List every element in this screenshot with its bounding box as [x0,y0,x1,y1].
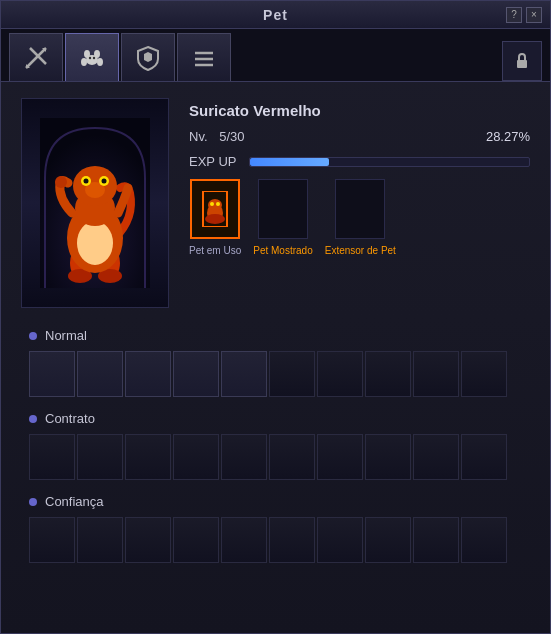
tab-bar [1,29,550,82]
pet-image [40,118,150,288]
contract-slot-1[interactable] [29,434,75,480]
normal-section-header: Normal [29,328,522,343]
trust-section-header: Confiança [29,494,522,509]
svg-rect-14 [517,60,527,68]
contract-slot-7[interactable] [317,434,363,480]
pet-slots-row: Pet em Uso Pet Mostrado Ex [189,179,530,256]
svg-point-32 [208,199,222,211]
contract-slot-6[interactable] [269,434,315,480]
contract-slot-9[interactable] [413,434,459,480]
pet-slot-shown-image [263,189,303,229]
pet-image-box [21,98,169,308]
tab-combat[interactable] [9,33,63,81]
window-title: Pet [263,7,288,23]
tab-menu[interactable] [177,33,231,81]
trust-slot-10[interactable] [461,517,507,563]
pet-slot-shown-label: Pet Mostrado [253,245,312,256]
pet-name: Suricato Vermelho [189,102,530,119]
tab-armor[interactable] [121,33,175,81]
trust-section-dot [29,498,37,506]
pet-window: Pet ? × [0,0,551,634]
svg-point-21 [77,221,113,265]
svg-point-35 [205,214,225,224]
pet-info-section: Suricato Vermelho Nv. 5/30 28.27% EXP UP [21,98,530,308]
contract-slot-10[interactable] [461,434,507,480]
trust-slot-7[interactable] [317,517,363,563]
pet-icon [78,44,106,72]
pet-slot-extender-label: Extensor de Pet [325,245,396,256]
normal-slot-3[interactable] [125,351,171,397]
trust-slot-3[interactable] [125,517,171,563]
normal-slot-9[interactable] [413,351,459,397]
pet-slot-extender[interactable] [335,179,385,239]
svg-line-0 [26,48,46,68]
svg-point-10 [93,56,95,58]
exp-row: EXP UP [189,154,530,169]
normal-slot-5[interactable] [221,351,267,397]
normal-inventory-grid [29,351,522,397]
normal-slot-1[interactable] [29,351,75,397]
pet-level-label: Nv. 5/30 [189,129,244,144]
contract-slot-8[interactable] [365,434,411,480]
lock-icon [512,51,532,71]
normal-slot-8[interactable] [365,351,411,397]
exp-bar-background [249,157,530,167]
trust-slot-6[interactable] [269,517,315,563]
menu-icon [190,44,218,72]
contract-section-dot [29,415,37,423]
svg-point-34 [216,202,220,206]
svg-point-33 [210,202,214,206]
level-prefix: Nv. [189,129,208,144]
exp-percent: 28.27% [486,129,530,144]
title-bar: Pet ? × [1,1,550,29]
exp-label: EXP UP [189,154,241,169]
combat-icon [22,44,50,72]
lock-button[interactable] [502,41,542,81]
svg-point-9 [89,56,91,58]
normal-slot-4[interactable] [173,351,219,397]
pet-slot-shown[interactable] [258,179,308,239]
svg-point-28 [102,179,107,184]
contract-inventory-grid [29,434,522,480]
pet-slot-in-use[interactable] [190,179,240,239]
trust-inventory-grid [29,517,522,563]
close-button[interactable]: × [526,7,542,23]
normal-section-dot [29,332,37,340]
pet-slot-in-use-image [195,189,235,229]
svg-point-29 [55,176,67,188]
pet-details: Suricato Vermelho Nv. 5/30 28.27% EXP UP [189,98,530,308]
trust-slot-2[interactable] [77,517,123,563]
normal-slot-7[interactable] [317,351,363,397]
trust-slot-8[interactable] [365,517,411,563]
pet-level-row: Nv. 5/30 28.27% [189,129,530,144]
exp-bar-fill [250,158,329,166]
level-value: 5/30 [219,129,244,144]
trust-slot-4[interactable] [173,517,219,563]
svg-point-27 [84,179,89,184]
normal-slot-2[interactable] [77,351,123,397]
svg-point-8 [86,55,98,65]
normal-slot-6[interactable] [269,351,315,397]
trust-slot-9[interactable] [413,517,459,563]
pet-slot-extender-image [340,189,380,229]
contract-section-header: Contrato [29,411,522,426]
tab-pet[interactable] [65,33,119,81]
title-controls: ? × [506,7,542,23]
sections-container: Normal Contrato [21,328,530,563]
trust-slot-5[interactable] [221,517,267,563]
help-button[interactable]: ? [506,7,522,23]
normal-slot-10[interactable] [461,351,507,397]
main-content: Suricato Vermelho Nv. 5/30 28.27% EXP UP [1,82,550,593]
trust-slot-1[interactable] [29,517,75,563]
contract-section-title: Contrato [45,411,95,426]
armor-icon [134,44,162,72]
contract-slot-5[interactable] [221,434,267,480]
contract-slot-2[interactable] [77,434,123,480]
contract-slot-3[interactable] [125,434,171,480]
contract-slot-4[interactable] [173,434,219,480]
trust-section-title: Confiança [45,494,104,509]
normal-section-title: Normal [45,328,87,343]
pet-slot-in-use-label: Pet em Uso [189,245,241,256]
